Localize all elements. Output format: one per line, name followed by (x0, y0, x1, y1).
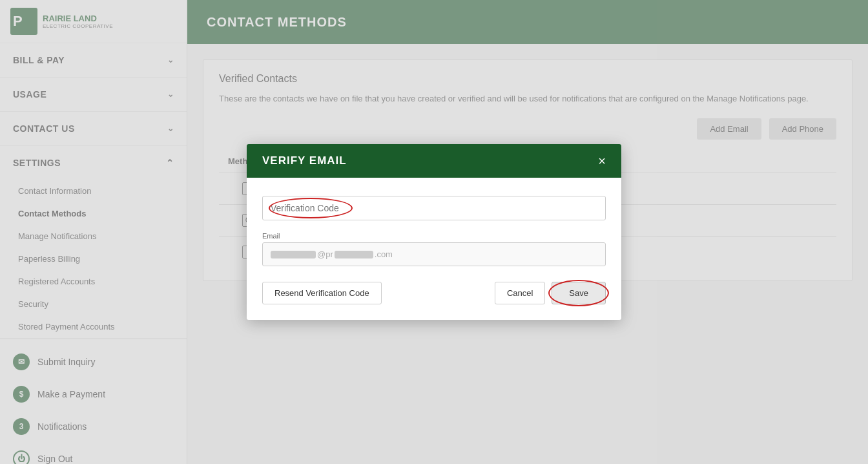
email-group: Email @pr .com (262, 232, 606, 266)
modal-title: VERIFY EMAIL (262, 154, 347, 167)
verify-email-modal: VERIFY EMAIL × Email @pr .com Res (247, 144, 621, 320)
modal-actions: Resend Verification Code Cancel Save (262, 282, 606, 304)
save-button[interactable]: Save (552, 282, 606, 304)
modal-header: VERIFY EMAIL × (247, 144, 621, 178)
modal-overlay: VERIFY EMAIL × Email @pr .com Res (0, 0, 868, 464)
cancel-button[interactable]: Cancel (495, 282, 545, 304)
verification-code-input[interactable] (262, 196, 606, 220)
modal-close-button[interactable]: × (598, 154, 606, 167)
email-display: @pr .com (262, 242, 606, 266)
email-label: Email (262, 232, 606, 240)
modal-body: Email @pr .com Resend Verification Code … (247, 178, 621, 320)
resend-verification-button[interactable]: Resend Verification Code (262, 282, 382, 304)
verification-code-group (262, 196, 606, 220)
